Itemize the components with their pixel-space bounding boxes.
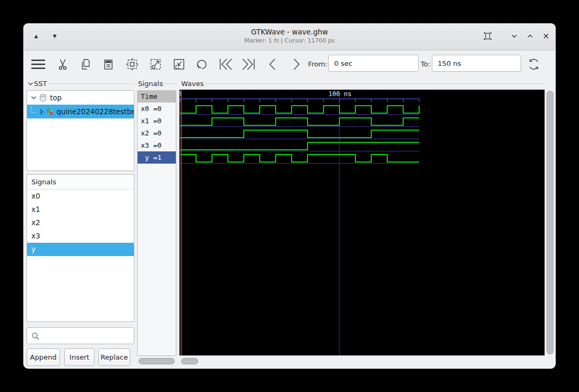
gtkwave-window: ▲ ▼ GTKWave - wave.ghw Marker: 1 fs | Cu… [23,23,556,369]
signal-search[interactable] [27,327,134,344]
values-frame-line [164,83,176,84]
chevron-right-icon [290,57,303,71]
go-to-start-button[interactable] [217,57,234,72]
go-to-end-button[interactable] [241,57,258,72]
signal-list-item-x3[interactable]: x3 [27,229,134,243]
waves-vscrollbar[interactable] [546,90,554,354]
expander-open-icon [30,96,37,100]
database-cylinder-icon [39,93,47,102]
desktop: ▲ ▼ GTKWave - wave.ghw Marker: 1 fs | Cu… [0,0,579,392]
tree-item-label: quine20240228testbenc [56,107,134,116]
tree-item-testbench[interactable]: quine20240228testbenc [27,105,134,118]
skip-to-end-icon [241,57,257,71]
undo-icon [195,57,209,71]
sst-frame-label: SST [28,80,47,88]
waveform-canvas[interactable]: 0100 ns [180,90,544,355]
hamburger-icon [30,58,46,71]
maximize-button[interactable] [525,31,535,41]
reload-icon [526,57,541,72]
cut-button[interactable] [55,57,70,72]
zoom-in-icon [149,57,163,71]
zoom-in-button[interactable] [148,57,163,72]
zoom-fit-button[interactable] [125,57,140,72]
tree-item-label: top [50,93,62,102]
copy-icon [79,58,92,71]
chevron-up-icon [526,32,534,40]
sst-tree: top quine20240228testbenc [27,90,134,171]
copy-button[interactable] [78,57,93,72]
sst-frame-line [48,83,134,84]
svg-text:100 ns: 100 ns [328,90,351,98]
wave-x3 [180,142,419,150]
collapse-chevron-icon [28,82,33,86]
search-icon [31,332,40,340]
to-label: To: [421,60,430,68]
signal-list-rows: x0x1x2x3y [27,190,134,256]
fullscreen-button[interactable] [482,31,493,41]
zoom-out-button[interactable] [172,57,186,72]
previous-edge-button[interactable] [265,57,280,72]
wave-x2 [180,130,419,138]
tree-connector [31,106,36,113]
signal-list-item-y[interactable]: y [27,243,134,256]
append-button[interactable]: Append [27,348,60,366]
wave-display[interactable]: 0100 ns [179,89,545,356]
zoom-out-icon [172,57,186,71]
signal-list-panel: Signals x0x1x2x3y [27,174,134,322]
skip-to-start-icon [217,57,233,71]
values-hscroll-thumb[interactable] [139,358,175,364]
time-header[interactable]: Time [138,91,176,103]
close-icon [542,32,550,40]
value-row[interactable]: x0 =0 [138,103,176,115]
signal-list-item-x1[interactable]: x1 [27,203,134,216]
from-input[interactable] [328,55,419,72]
window-status: Marker: 1 fs | Cursor: 11700 ps [23,37,556,44]
clipboard-icon [102,58,115,71]
undo-button[interactable] [194,57,209,72]
next-edge-button[interactable] [289,57,304,72]
value-row[interactable]: y =1 [138,151,176,164]
titlebar[interactable]: ▲ ▼ GTKWave - wave.ghw Marker: 1 fs | Cu… [23,23,556,50]
value-row[interactable]: x1 =0 [138,115,176,127]
wave-y [180,155,419,162]
paste-button[interactable] [101,57,116,72]
scissors-icon [56,58,69,71]
signal-list-item-x0[interactable]: x0 [27,190,134,203]
values-frame-label: Signals [138,80,163,88]
window-title: GTKWave - wave.ghw [23,28,556,36]
chevron-down-icon [510,32,518,40]
tree-item-top[interactable]: top [27,91,134,105]
waves-hscrollbar[interactable] [179,357,544,364]
minimize-button[interactable] [509,31,520,41]
waves-frame-line [205,83,544,84]
expander-closed-icon [38,109,45,115]
insert-button[interactable]: Insert [64,348,95,366]
waves-vscroll-thumb[interactable] [547,91,554,354]
wave-x0 [180,106,419,113]
fullscreen-icon [483,31,492,41]
signal-list-header[interactable]: Signals [27,175,134,190]
waves-hscroll-thumb[interactable] [181,358,198,364]
from-label: From: [308,60,328,68]
toolbar: From: To: [23,50,556,79]
menu-button[interactable] [30,57,47,72]
waves-frame-label: Waves [181,80,203,88]
reload-button[interactable] [526,57,541,72]
search-input[interactable] [42,329,132,343]
value-row[interactable]: x3 =0 [138,139,176,151]
value-row[interactable]: x2 =0 [138,127,176,139]
signal-list-item-x2[interactable]: x2 [27,216,134,229]
values-rows: x0 =0x1 =0x2 =0x3 =0 y =1 [138,103,176,164]
zoom-fit-icon [125,57,139,71]
chevron-left-icon [266,57,279,71]
module-icon [46,107,54,116]
to-input[interactable] [432,55,521,72]
values-hscrollbar[interactable] [137,357,176,364]
close-button[interactable] [541,31,551,41]
replace-button[interactable]: Replace [98,348,130,366]
values-panel: Time x0 =0x1 =0x2 =0x3 =0 y =1 [137,90,176,356]
wave-x1 [180,118,419,125]
